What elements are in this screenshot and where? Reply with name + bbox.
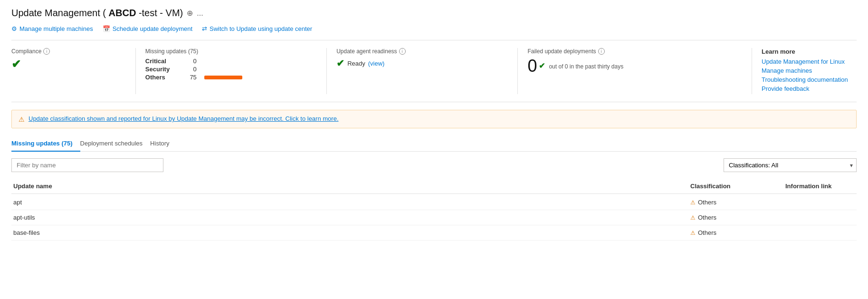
switch-label: Switch to Update using update center	[210, 25, 312, 32]
tab-deployment-schedules[interactable]: Deployment schedules	[80, 136, 151, 152]
title-bold: ABCD	[109, 8, 136, 18]
failed-count-row: 0 ✔ out of 0 in the past thirty days	[527, 58, 742, 75]
page-title: Update Management ( ABCD -test - VM)	[11, 8, 183, 19]
table-header: Update name Classification Information l…	[11, 179, 857, 194]
table-row: apt ⚠ Others	[11, 195, 857, 210]
classification-cell: ⚠ Others	[690, 199, 785, 206]
warning-triangle-icon: ⚠	[690, 199, 696, 206]
failed-check-icon: ✔	[539, 61, 545, 70]
toolbar: ⚙ Manage multiple machines 📅 Schedule up…	[11, 25, 857, 32]
learn-link-update-management[interactable]: Update Management for Linux	[762, 58, 857, 65]
compliance-label: Compliance i	[11, 48, 126, 55]
gear-icon: ⚙	[11, 25, 17, 32]
agent-info-icon[interactable]: i	[399, 48, 406, 55]
missing-updates-table: Critical 0 Security 0 Others 75	[145, 58, 317, 81]
switch-icon: ⇄	[202, 25, 207, 32]
toolbar-divider	[11, 40, 857, 40]
col-update-name: Update name	[11, 183, 690, 190]
classifications-select[interactable]: Classifications: All Critical Security O…	[724, 158, 857, 172]
learn-link-feedback[interactable]: Provide feedback	[762, 85, 857, 92]
table-row: apt-utils ⚠ Others	[11, 210, 857, 225]
learn-more-title: Learn more	[762, 48, 857, 55]
col-info-link: Information link	[785, 183, 857, 190]
table-row: Others 75	[145, 74, 317, 81]
stats-row: Compliance i ✔ Missing updates (75) Crit…	[11, 48, 857, 102]
missing-updates-label: Missing updates (75)	[145, 48, 317, 55]
update-name: apt-utils	[11, 214, 690, 221]
failed-description: out of 0 in the past thirty days	[549, 63, 623, 70]
more-options-icon[interactable]: ...	[197, 9, 203, 18]
failed-deployments-label: Failed update deployments i	[527, 48, 742, 55]
title-row: Update Management ( ABCD -test - VM) ⊕ .…	[11, 8, 857, 19]
warning-triangle-icon: ⚠	[19, 116, 25, 123]
update-name: apt	[11, 199, 690, 206]
agent-status-row: ✔ Ready (view)	[336, 58, 508, 69]
update-name: base-files	[11, 229, 690, 236]
table-row: Security 0	[145, 66, 317, 73]
failed-info-icon[interactable]: i	[598, 48, 605, 55]
view-link[interactable]: (view)	[368, 60, 385, 67]
compliance-block: Compliance i ✔	[11, 48, 136, 94]
tab-missing-updates[interactable]: Missing updates (75)	[11, 136, 80, 152]
failed-count: 0	[527, 58, 537, 75]
col-classification: Classification	[690, 183, 785, 190]
warning-text[interactable]: Update classification shown and reported…	[29, 115, 339, 122]
agent-status-text: Ready	[347, 60, 365, 67]
learn-more-block: Learn more Update Management for Linux M…	[762, 48, 857, 94]
filter-row: Classifications: All Critical Security O…	[11, 158, 857, 172]
compliance-info-icon[interactable]: i	[43, 48, 50, 55]
failed-deployments-block: Failed update deployments i 0 ✔ out of 0…	[527, 48, 752, 94]
others-bar	[204, 76, 242, 79]
classification-cell: ⚠ Others	[690, 214, 785, 221]
switch-update-button[interactable]: ⇄ Switch to Update using update center	[202, 25, 312, 32]
agent-readiness-block: Update agent readiness i ✔ Ready (view)	[336, 48, 518, 94]
learn-link-manage-machines[interactable]: Manage machines	[762, 67, 857, 74]
learn-link-troubleshooting[interactable]: Troubleshooting documentation	[762, 76, 857, 83]
title-prefix: Update Management (	[11, 8, 109, 18]
table-body: apt ⚠ Others apt-utils ⚠ Others base-fil…	[11, 195, 857, 241]
manage-machines-button[interactable]: ⚙ Manage multiple machines	[11, 25, 93, 32]
warning-triangle-icon: ⚠	[690, 214, 696, 221]
classifications-wrapper: Classifications: All Critical Security O…	[724, 158, 857, 172]
table-row: base-files ⚠ Others	[11, 225, 857, 241]
agent-check-icon: ✔	[336, 58, 344, 69]
tabs-row: Missing updates (75) Deployment schedule…	[11, 136, 857, 152]
manage-machines-label: Manage multiple machines	[19, 25, 93, 32]
warning-triangle-icon: ⚠	[690, 230, 696, 236]
table-row: Critical 0	[145, 58, 317, 65]
tab-history[interactable]: History	[150, 136, 177, 152]
pin-icon[interactable]: ⊕	[187, 9, 193, 18]
schedule-deployment-button[interactable]: 📅 Schedule update deployment	[103, 25, 192, 32]
agent-readiness-label: Update agent readiness i	[336, 48, 508, 55]
warning-banner: ⚠ Update classification shown and report…	[11, 110, 857, 128]
schedule-label: Schedule update deployment	[113, 25, 192, 32]
title-suffix: -test - VM)	[136, 8, 183, 18]
classification-cell: ⚠ Others	[690, 229, 785, 236]
compliance-status: ✔	[11, 58, 126, 71]
calendar-icon: 📅	[103, 25, 110, 32]
missing-updates-block: Missing updates (75) Critical 0 Security…	[145, 48, 327, 94]
search-input[interactable]	[11, 158, 163, 172]
